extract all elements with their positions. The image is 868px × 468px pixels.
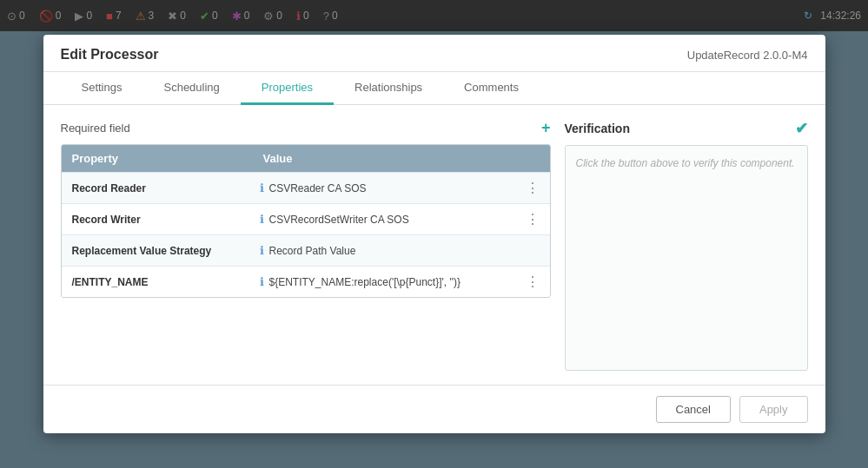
col-header-value: Value [253, 145, 550, 172]
table-row: Record Reader ℹ CSVReader CA SOS ⋮ [62, 172, 550, 203]
menu-icon-entity-name[interactable]: ⋮ [522, 274, 543, 290]
table-row: Replacement Value Strategy ℹ Record Path… [62, 234, 550, 266]
modal-header: Edit Processor UpdateRecord 2.0.0-M4 [43, 35, 825, 72]
apply-button[interactable]: Apply [739, 396, 808, 423]
tab-relationships[interactable]: Relationships [334, 72, 443, 105]
tab-properties[interactable]: Properties [241, 72, 334, 105]
tabs-bar: Settings Scheduling Properties Relations… [43, 72, 825, 105]
properties-table: Property Value Record Reader ℹ CSVReader… [61, 144, 551, 298]
prop-value-cell-record-reader: ℹ CSVReader CA SOS ⋮ [253, 175, 550, 201]
info-icon-record-reader[interactable]: ℹ [260, 181, 264, 194]
verification-header: Verification ✔ [565, 119, 808, 138]
verification-check-icon: ✔ [795, 119, 808, 138]
verification-hint-text: Click the button above to verify this co… [576, 157, 795, 169]
col-header-property: Property [62, 145, 253, 172]
info-icon-entity-name[interactable]: ℹ [260, 275, 264, 288]
table-row: Record Writer ℹ CSVRecordSetWriter CA SO… [62, 203, 550, 234]
verification-box: Click the button above to verify this co… [565, 145, 808, 371]
required-field-bar: Required field + [61, 119, 551, 137]
required-field-label: Required field [61, 122, 130, 135]
prop-value-replacement-strategy: Record Path Value [269, 245, 543, 257]
modal-subtitle: UpdateRecord 2.0.0-M4 [687, 49, 808, 62]
prop-value-record-reader: CSVReader CA SOS [269, 182, 517, 194]
modal-footer: Cancel Apply [43, 385, 825, 433]
prop-name-replacement-value-strategy: Replacement Value Strategy [62, 240, 253, 262]
prop-value-entity-name: ${ENTITY_NAME:replace('[\p{Punct}]', '')… [269, 276, 517, 288]
table-header: Property Value [62, 145, 550, 172]
info-icon-record-writer[interactable]: ℹ [260, 213, 264, 226]
modal-body: Required field + Property Value Record R… [43, 105, 825, 385]
verification-panel: Verification ✔ Click the button above to… [565, 119, 808, 371]
tab-settings[interactable]: Settings [61, 72, 143, 105]
prop-value-cell-entity-name: ℹ ${ENTITY_NAME:replace('[\p{Punct}]', '… [253, 268, 550, 295]
tab-comments[interactable]: Comments [443, 72, 540, 105]
edit-processor-modal: Edit Processor UpdateRecord 2.0.0-M4 Set… [43, 35, 825, 433]
prop-value-cell-replacement-strategy: ℹ Record Path Value [253, 239, 550, 262]
verification-label: Verification [565, 122, 630, 135]
prop-value-cell-record-writer: ℹ CSVRecordSetWriter CA SOS ⋮ [253, 206, 550, 233]
modal-title: Edit Processor [61, 47, 159, 63]
add-property-button[interactable]: + [541, 119, 551, 137]
menu-icon-record-reader[interactable]: ⋮ [522, 180, 543, 196]
info-icon-replacement-strategy[interactable]: ℹ [260, 244, 264, 257]
menu-icon-record-writer[interactable]: ⋮ [522, 211, 543, 227]
prop-name-entity-name: /ENTITY_NAME [62, 271, 253, 293]
modal-overlay: Edit Processor UpdateRecord 2.0.0-M4 Set… [0, 0, 868, 468]
tab-scheduling[interactable]: Scheduling [142, 72, 240, 105]
cancel-button[interactable]: Cancel [656, 396, 731, 423]
prop-value-record-writer: CSVRecordSetWriter CA SOS [269, 214, 517, 226]
properties-panel: Required field + Property Value Record R… [61, 119, 551, 371]
table-row: /ENTITY_NAME ℹ ${ENTITY_NAME:replace('[\… [62, 266, 550, 297]
prop-name-record-reader: Record Reader [62, 177, 253, 200]
prop-name-record-writer: Record Writer [62, 208, 253, 231]
